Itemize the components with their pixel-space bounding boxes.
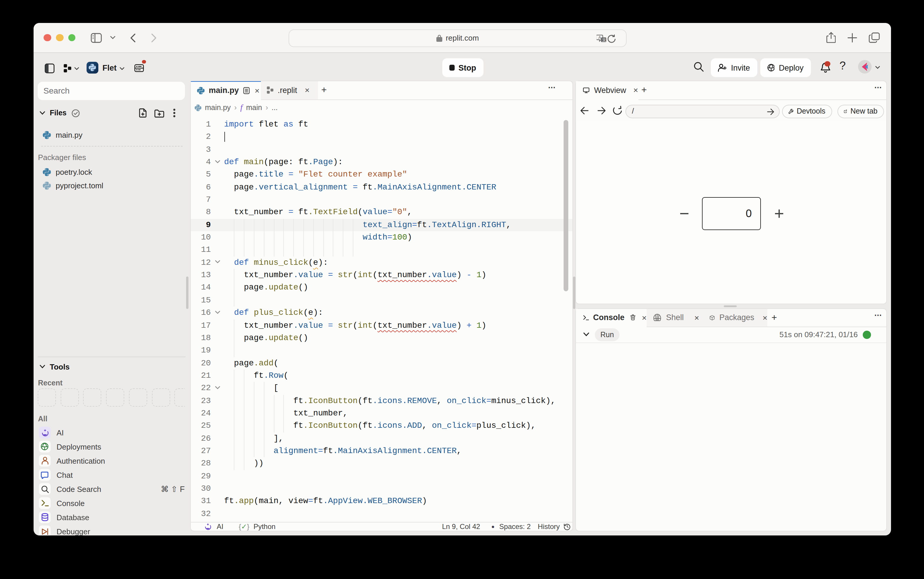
svg-text:A: A (598, 35, 601, 39)
svg-text:文: 文 (602, 38, 606, 42)
